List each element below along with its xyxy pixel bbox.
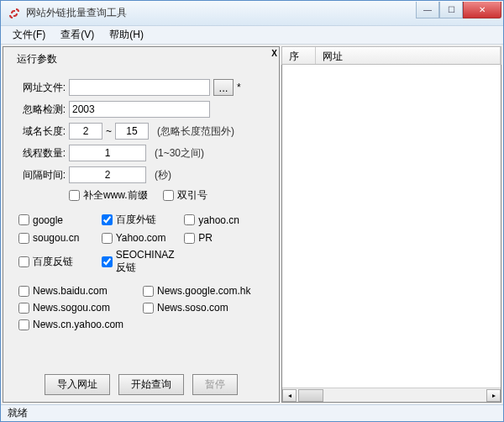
domain-note: (忽略长度范围外): [157, 124, 234, 139]
ignore-input[interactable]: [69, 101, 210, 118]
chk-yahoo-cn[interactable]: yahoo.cn: [184, 213, 264, 227]
window-title: 网站外链批量查询工具: [26, 6, 416, 20]
pause-button[interactable]: 暂停: [192, 374, 238, 395]
menu-help[interactable]: 帮助(H): [102, 26, 150, 44]
url-file-label: 网址文件:: [15, 81, 66, 95]
threads-input[interactable]: [69, 145, 146, 161]
row-flags: 补全www.前缀 双引号: [69, 188, 267, 203]
minimize-button[interactable]: —: [416, 2, 439, 18]
list-body[interactable]: ◂ ▸: [281, 65, 501, 403]
right-panel: 序号 网址 ◂ ▸: [281, 46, 501, 403]
domain-max-input[interactable]: [115, 123, 149, 140]
news-grid: News.baidu.com News.google.com.hk News.s…: [18, 285, 264, 330]
col-index[interactable]: 序号: [282, 47, 316, 64]
row-interval: 间隔时间: (秒): [15, 166, 267, 183]
window-buttons: — ☐ ✕: [416, 2, 501, 18]
chk-pr[interactable]: PR: [184, 232, 264, 244]
params-fieldset: 运行参数 网址文件: ... * 忽略检测: 域名长度: ~: [8, 54, 274, 347]
chain-link-icon: [8, 7, 21, 20]
content-area: X 运行参数 网址文件: ... * 忽略检测: 域名长度: ~: [1, 45, 503, 404]
interval-input[interactable]: [69, 166, 146, 183]
chk-seochinaz[interactable]: SEOCHINAZ反链: [102, 249, 181, 275]
chk-baidu-back[interactable]: 百度反链: [18, 249, 98, 275]
browse-button[interactable]: ...: [213, 79, 234, 96]
chk-news-baidu[interactable]: News.baidu.com: [18, 285, 139, 297]
menu-file[interactable]: 文件(F): [6, 26, 52, 44]
chk-sougou-cn[interactable]: sougou.cn: [18, 232, 98, 244]
chk-google[interactable]: google: [18, 213, 98, 227]
url-file-star: *: [237, 82, 241, 93]
list-header: 序号 网址: [281, 46, 501, 65]
interval-note: (秒): [155, 168, 171, 182]
scroll-left-arrow[interactable]: ◂: [282, 389, 297, 402]
chk-quote-box[interactable]: [163, 190, 174, 201]
chk-baidu-out[interactable]: 百度外链: [102, 213, 181, 227]
left-panel: X 运行参数 网址文件: ... * 忽略检测: 域名长度: ~: [3, 46, 280, 403]
col-url[interactable]: 网址: [316, 47, 501, 64]
button-row: 导入网址 开始查询 暂停: [3, 374, 279, 395]
statusbar: 就绪: [1, 404, 503, 421]
row-domain-len: 域名长度: ~ (忽略长度范围外): [15, 123, 267, 140]
chk-news-google-hk[interactable]: News.google.com.hk: [143, 285, 264, 297]
chk-www[interactable]: 补全www.前缀: [69, 188, 148, 203]
import-button[interactable]: 导入网址: [45, 374, 110, 395]
chk-news-soso[interactable]: News.soso.com: [143, 302, 264, 314]
interval-label: 间隔时间:: [15, 168, 66, 182]
scroll-thumb[interactable]: [298, 389, 323, 402]
threads-label: 线程数量:: [15, 146, 66, 161]
chk-news-cn-yahoo[interactable]: News.cn.yahoo.com: [18, 319, 139, 330]
row-ignore: 忽略检测:: [15, 101, 267, 118]
horizontal-scrollbar[interactable]: ◂ ▸: [282, 388, 501, 402]
menu-view[interactable]: 查看(V): [54, 26, 101, 44]
domain-min-input[interactable]: [69, 123, 102, 140]
maximize-button[interactable]: ☐: [439, 2, 463, 18]
chk-quote[interactable]: 双引号: [163, 188, 207, 203]
close-button[interactable]: ✕: [463, 2, 501, 18]
chk-yahoo-com[interactable]: Yahoo.com: [102, 232, 181, 244]
menubar: 文件(F) 查看(V) 帮助(H): [1, 26, 503, 45]
ignore-label: 忽略检测:: [15, 103, 66, 117]
scroll-right-arrow[interactable]: ▸: [486, 389, 501, 402]
params-legend: 运行参数: [13, 52, 60, 66]
app-window: 网站外链批量查询工具 — ☐ ✕ 文件(F) 查看(V) 帮助(H) X 运行参…: [0, 0, 504, 422]
chk-www-box[interactable]: [69, 190, 80, 201]
domain-len-label: 域名长度:: [15, 124, 66, 139]
engine-grid: google 百度外链 yahoo.cn sougou.cn Yahoo.com…: [18, 213, 264, 275]
url-file-input[interactable]: [69, 79, 210, 96]
tilde: ~: [106, 125, 112, 137]
start-button[interactable]: 开始查询: [118, 374, 184, 395]
status-text: 就绪: [8, 406, 28, 420]
row-url-file: 网址文件: ... *: [15, 79, 267, 96]
threads-note: (1~30之间): [155, 146, 204, 161]
chk-news-sogou[interactable]: News.sogou.com: [18, 302, 139, 314]
row-threads: 线程数量: (1~30之间): [15, 145, 267, 161]
titlebar[interactable]: 网站外链批量查询工具 — ☐ ✕: [1, 1, 503, 26]
